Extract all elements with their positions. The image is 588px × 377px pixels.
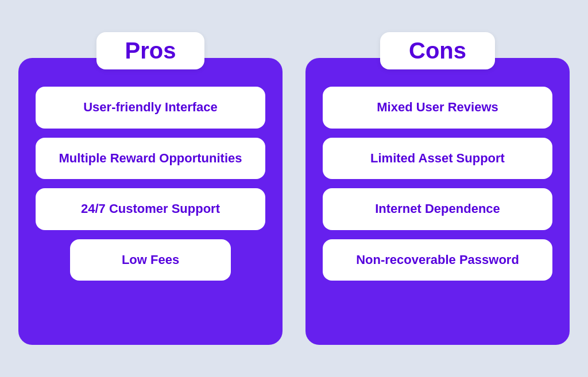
cons-title: Cons xyxy=(380,32,495,69)
pros-item-2: Multiple Reward Opportunities xyxy=(36,138,265,180)
pros-item-3: 24/7 Customer Support xyxy=(36,188,265,230)
cons-item-4: Non-recoverable Password xyxy=(323,239,552,281)
cons-panel-wrapper: Cons Mixed User Reviews Limited Asset Su… xyxy=(305,32,570,345)
pros-item-1: User-friendly Interface xyxy=(36,87,265,129)
pros-item-4: Low Fees xyxy=(70,239,231,281)
pros-title: Pros xyxy=(96,32,205,69)
pros-panel: User-friendly Interface Multiple Reward … xyxy=(18,58,283,345)
cons-item-1: Mixed User Reviews xyxy=(323,87,552,129)
cons-item-2: Limited Asset Support xyxy=(323,138,552,180)
cons-item-3: Internet Dependence xyxy=(323,188,552,230)
cons-panel: Mixed User Reviews Limited Asset Support… xyxy=(305,58,570,345)
main-container: Pros User-friendly Interface Multiple Re… xyxy=(7,21,581,356)
pros-panel-wrapper: Pros User-friendly Interface Multiple Re… xyxy=(18,32,283,345)
